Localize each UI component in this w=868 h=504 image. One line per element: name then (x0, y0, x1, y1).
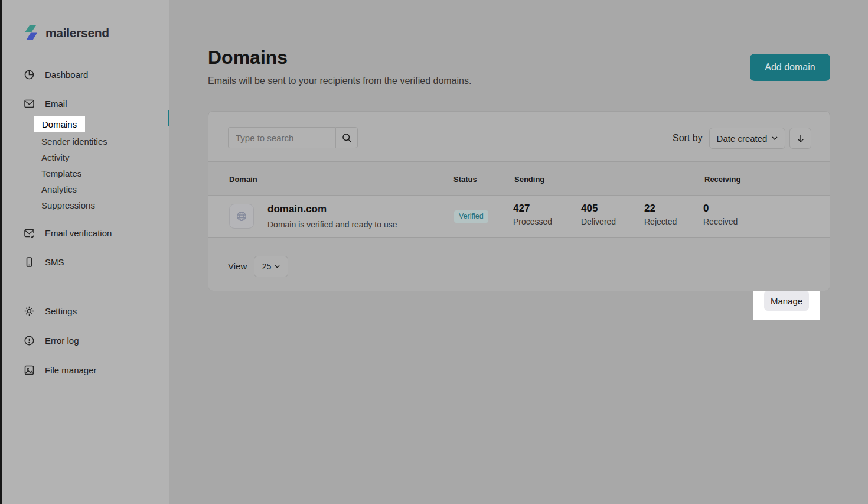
search-icon (342, 133, 352, 143)
sidebar-item-domains[interactable]: Domains (34, 116, 85, 132)
sidebar-item-label: Templates (41, 168, 81, 178)
sidebar: mailersend Dashboard Email Domains Sende… (2, 0, 169, 504)
stat-value: 0 (703, 203, 738, 214)
add-domain-button[interactable]: Add domain (750, 54, 830, 81)
envelope-icon (24, 98, 35, 109)
sidebar-item-label: Email verification (45, 228, 112, 238)
sidebar-item-label: Domains (42, 119, 77, 129)
mailersend-logo-icon (24, 25, 39, 41)
search-button[interactable] (335, 127, 358, 148)
sort-select-value: Date created (717, 134, 768, 144)
sidebar-item-label: Error log (45, 336, 79, 346)
sidebar-item-error-log[interactable]: Error log (24, 335, 79, 346)
envelope-check-icon (24, 227, 35, 239)
stat-value: 22 (644, 203, 677, 214)
stat-value: 405 (581, 203, 616, 214)
chevron-down-icon (275, 265, 280, 268)
column-header-status: Status (453, 175, 477, 184)
page-size-select[interactable]: 25 (254, 256, 288, 277)
sort-select[interactable]: Date created (709, 128, 785, 149)
sidebar-item-sender-identities[interactable]: Sender identities (41, 136, 107, 147)
column-header-receiving: Receiving (704, 175, 740, 184)
stat-label: Delivered (581, 217, 616, 226)
sidebar-item-file-manager[interactable]: File manager (24, 365, 97, 376)
manage-button[interactable]: Manage (764, 291, 809, 311)
stat-label: Rejected (644, 217, 677, 226)
domain-name[interactable]: domain.com (267, 203, 327, 215)
brand-name: mailersend (45, 26, 109, 40)
view-label: View (228, 261, 247, 271)
pie-chart-icon (24, 69, 35, 80)
sidebar-item-email[interactable]: Email (24, 98, 67, 109)
stat-label: Received (703, 217, 738, 226)
sidebar-item-label: Email (45, 99, 67, 109)
column-header-domain: Domain (229, 175, 257, 184)
sidebar-item-analytics[interactable]: Analytics (41, 184, 77, 194)
page-subtitle: Emails will be sent to your recipients f… (208, 76, 471, 86)
stat-label: Processed (513, 217, 552, 226)
smartphone-icon (24, 256, 35, 268)
page-title: Domains (208, 47, 288, 69)
sort-direction-button[interactable] (789, 128, 811, 149)
table-row[interactable]: domain.com Domain is verified and ready … (208, 196, 830, 237)
domains-table-card: Sort by Date created Domain Status Sendi… (208, 111, 830, 291)
domain-description: Domain is verified and ready to use (267, 220, 397, 229)
stat-value: 427 (513, 203, 552, 214)
sidebar-item-activity[interactable]: Activity (41, 152, 70, 162)
search-group (228, 127, 358, 148)
domain-avatar (229, 204, 254, 229)
sidebar-item-label: Dashboard (45, 70, 88, 80)
arrow-down-icon (797, 134, 805, 143)
status-badge: Verified (454, 210, 488, 223)
sidebar-item-label: File manager (45, 365, 97, 375)
sidebar-item-label: Suppressions (41, 200, 95, 210)
search-input[interactable] (228, 127, 335, 148)
sidebar-item-label: Analytics (41, 184, 77, 194)
sidebar-item-settings[interactable]: Settings (24, 305, 77, 317)
sidebar-item-label: SMS (45, 257, 64, 267)
page-size-value: 25 (262, 262, 272, 271)
sidebar-item-label: Sender identities (41, 136, 107, 147)
column-header-sending: Sending (514, 175, 544, 184)
sidebar-item-dashboard[interactable]: Dashboard (24, 69, 88, 80)
sort-by-label: Sort by (673, 133, 703, 144)
sidebar-item-label: Settings (45, 306, 77, 316)
active-nav-indicator (168, 110, 169, 126)
sidebar-item-suppressions[interactable]: Suppressions (41, 200, 95, 210)
sidebar-item-email-verification[interactable]: Email verification (24, 227, 112, 239)
stat-processed: 427 Processed (513, 203, 552, 226)
sidebar-item-templates[interactable]: Templates (41, 168, 81, 178)
stat-received: 0 Received (703, 203, 738, 226)
sidebar-item-label: Activity (41, 152, 70, 162)
table-header-row: Domain Status Sending Receiving (208, 161, 830, 196)
sidebar-item-sms[interactable]: SMS (24, 256, 64, 268)
stat-delivered: 405 Delivered (581, 203, 616, 226)
brand-logo[interactable]: mailersend (24, 25, 109, 41)
alert-circle-icon (24, 335, 35, 346)
gear-icon (24, 305, 35, 317)
table-footer: View 25 (208, 237, 830, 291)
stat-rejected: 22 Rejected (644, 203, 677, 226)
globe-icon (236, 210, 247, 222)
image-file-icon (24, 365, 35, 376)
chevron-down-icon (772, 136, 778, 140)
